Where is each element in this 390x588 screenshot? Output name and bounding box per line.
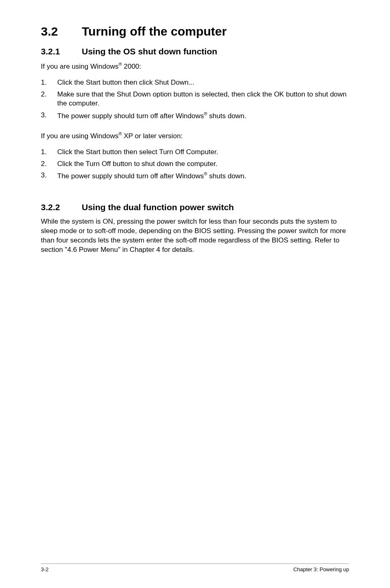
list-number: 3. xyxy=(41,111,51,121)
list-text: Click the Start button then click Shut D… xyxy=(57,78,349,88)
registered-mark: ® xyxy=(119,62,122,67)
subsection-title-2: 3.2.2 Using the dual function power swit… xyxy=(41,202,349,212)
registered-mark: ® xyxy=(119,131,122,136)
list-number: 2. xyxy=(41,90,51,109)
chapter-label: Chapter 3: Powering up xyxy=(293,566,349,572)
subsection-title-1: 3.2.1 Using the OS shut down function xyxy=(41,47,349,56)
list-text-post: shuts down. xyxy=(207,172,246,180)
list-item: 2. Click the Turn Off button to shut dow… xyxy=(41,159,349,169)
list-text: Click the Start button then select Turn … xyxy=(57,148,349,157)
list-item: 3. The power supply should turn off afte… xyxy=(41,171,349,181)
list-block-2: 1. Click the Start button then select Tu… xyxy=(41,148,349,181)
list-block-1: 1. Click the Start button then click Shu… xyxy=(41,78,349,121)
paragraph-sub2: While the system is ON, pressing the pow… xyxy=(41,217,349,255)
intro-text-1-pre: If you are using Windows xyxy=(41,63,119,70)
subsection-number-1: 3.2.1 xyxy=(41,47,69,56)
section-number: 3.2 xyxy=(41,25,69,38)
intro-text-2-pre: If you are using Windows xyxy=(41,132,119,140)
intro-text-1: If you are using Windows® 2000: xyxy=(41,61,349,72)
list-text: The power supply should turn off after W… xyxy=(57,171,349,181)
subsection-title-text-2: Using the dual function power switch xyxy=(82,202,234,212)
list-number: 1. xyxy=(41,78,51,88)
list-text: Make sure that the Shut Down option butt… xyxy=(57,90,349,109)
list-item: 3. The power supply should turn off afte… xyxy=(41,111,349,121)
subsection-title-text-1: Using the OS shut down function xyxy=(82,47,217,56)
list-item: 2. Make sure that the Shut Down option b… xyxy=(41,90,349,109)
registered-mark: ® xyxy=(204,111,207,116)
intro-text-2: If you are using Windows® XP or later ve… xyxy=(41,131,349,141)
list-number: 1. xyxy=(41,148,51,157)
list-text-pre: The power supply should turn off after W… xyxy=(57,172,204,180)
list-item: 1. Click the Start button then select Tu… xyxy=(41,148,349,157)
registered-mark: ® xyxy=(204,171,207,176)
list-number: 2. xyxy=(41,159,51,169)
subsection-number-2: 3.2.2 xyxy=(41,202,69,212)
intro-text-1-post: 2000: xyxy=(122,63,141,70)
list-number: 3. xyxy=(41,171,51,181)
page-number: 3-2 xyxy=(41,566,49,572)
list-item: 1. Click the Start button then click Shu… xyxy=(41,78,349,88)
intro-text-2-post: XP or later version: xyxy=(122,132,183,140)
section-title-text: Turning off the computer xyxy=(82,25,226,38)
list-text: The power supply should turn off after W… xyxy=(57,111,349,121)
section-title: 3.2 Turning off the computer xyxy=(41,25,349,38)
page-footer: 3-2 Chapter 3: Powering up xyxy=(41,563,349,572)
list-text-pre: The power supply should turn off after W… xyxy=(57,112,204,120)
list-text-post: shuts down. xyxy=(207,112,246,120)
list-text: Click the Turn Off button to shut down t… xyxy=(57,159,349,169)
